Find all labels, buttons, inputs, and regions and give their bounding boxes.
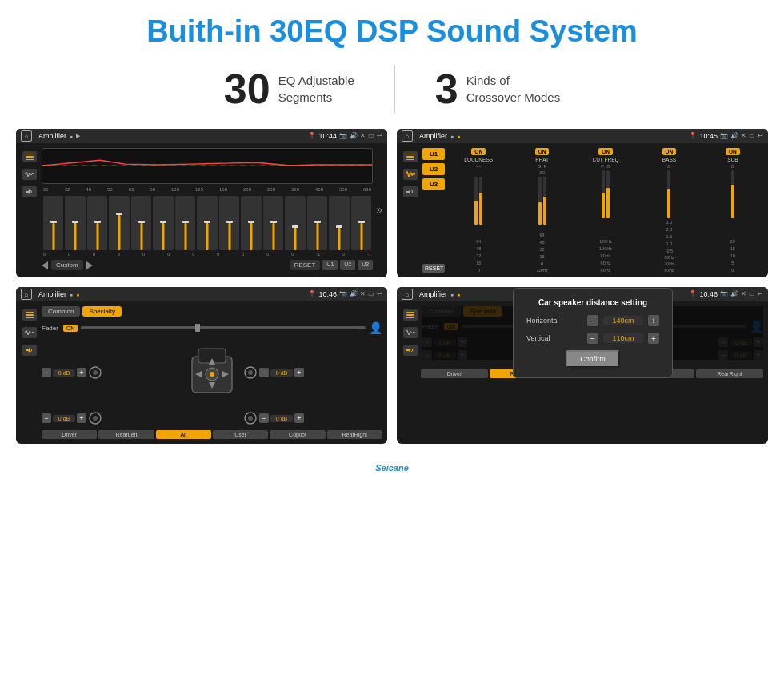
slider-11[interactable] xyxy=(263,196,283,250)
tab-common[interactable]: Common xyxy=(42,306,80,317)
screen-dialog-content: Common Specialty Fader ON 👤 − 0 dB + xyxy=(397,301,768,365)
confirm-button[interactable]: Confirm xyxy=(566,350,620,368)
bass-on[interactable]: ON xyxy=(662,148,677,155)
horizontal-minus[interactable]: − xyxy=(587,315,598,326)
vol-icon[interactable] xyxy=(22,186,37,197)
fl-minus[interactable]: − xyxy=(42,368,51,377)
slider-6[interactable] xyxy=(153,196,173,250)
slider-1[interactable] xyxy=(43,196,63,250)
col-sub: ON SUB G 20151050 xyxy=(702,148,763,273)
slider-3[interactable] xyxy=(87,196,107,250)
rearleft-btn[interactable]: RearLeft xyxy=(98,430,154,439)
eq-values: 00050 00000 0-10-1 xyxy=(42,250,373,257)
slider-5[interactable] xyxy=(131,196,151,250)
all-btn[interactable]: All xyxy=(156,430,211,439)
wave-icon-2[interactable] xyxy=(403,169,418,180)
reset-button[interactable]: RESET xyxy=(290,260,321,270)
rr-minus[interactable]: − xyxy=(259,413,269,423)
home-icon-2[interactable]: ⌂ xyxy=(402,130,413,142)
expand-icon[interactable]: » xyxy=(376,148,382,270)
crossover-reset[interactable]: RESET xyxy=(422,264,445,273)
prev-button[interactable] xyxy=(42,261,48,269)
dialog-driver-btn[interactable]: Driver xyxy=(421,369,488,378)
fader-on[interactable]: ON xyxy=(63,325,78,332)
slider-10[interactable] xyxy=(241,196,261,250)
slider-4[interactable] xyxy=(109,196,129,250)
slider-15[interactable] xyxy=(351,196,371,250)
close-icon-3[interactable]: ✕ xyxy=(360,290,366,298)
horizontal-plus[interactable]: + xyxy=(648,315,659,326)
rearright-btn[interactable]: RearRight xyxy=(327,430,382,439)
vertical-minus[interactable]: − xyxy=(587,333,598,344)
back-icon-2[interactable]: ↩ xyxy=(758,132,763,140)
screen-speaker-icons: 📍 10:46 📷 🔊 ✕ ▭ ↩ xyxy=(308,290,382,298)
rr-plus[interactable]: + xyxy=(294,413,304,423)
sub-on[interactable]: ON xyxy=(726,148,740,155)
slider-12[interactable] xyxy=(285,196,305,250)
vertical-plus[interactable]: + xyxy=(648,333,659,344)
wave-icon-4[interactable] xyxy=(403,327,418,338)
loudness-on[interactable]: ON xyxy=(471,148,486,155)
eq-icon-3[interactable] xyxy=(22,309,37,321)
next-button[interactable] xyxy=(86,261,93,269)
minimize-icon-3[interactable]: ▭ xyxy=(368,290,374,298)
vol-icon-4[interactable] xyxy=(403,345,418,356)
u2-preset[interactable]: U2 xyxy=(422,163,445,175)
dialog-rearright-btn[interactable]: RearRight xyxy=(696,369,763,378)
copilot-btn[interactable]: Copilot xyxy=(270,430,325,439)
fl-plus[interactable]: + xyxy=(77,368,86,377)
screen-eq-icons: 📍 10:44 📷 🔊 ✕ ▭ ↩ xyxy=(308,132,382,140)
stat-eq: 30 EQ AdjustableSegments xyxy=(184,65,394,113)
eq-icon-4[interactable] xyxy=(403,309,418,321)
fl-db-control: − 0 dB + xyxy=(42,365,181,380)
u2-button[interactable]: U2 xyxy=(340,260,355,270)
close-icon-4[interactable]: ✕ xyxy=(741,290,746,298)
close-icon-2[interactable]: ✕ xyxy=(741,132,746,140)
volume-icon-4: 🔊 xyxy=(730,290,738,298)
slider-14[interactable] xyxy=(329,196,349,250)
screen-dialog: ⌂ Amplifier ● ● 📍 10:46 📷 🔊 ✕ ▭ ↩ xyxy=(397,287,768,444)
cutfreq-on[interactable]: ON xyxy=(598,148,613,155)
fr-minus[interactable]: − xyxy=(259,368,269,377)
rl-plus[interactable]: + xyxy=(77,413,86,423)
minimize-icon-2[interactable]: ▭ xyxy=(749,132,755,140)
minimize-icon-4[interactable]: ▭ xyxy=(749,290,755,298)
slider-8[interactable] xyxy=(197,196,217,250)
home-icon-4[interactable]: ⌂ xyxy=(402,289,413,300)
slider-13[interactable] xyxy=(307,196,327,250)
eq-icon[interactable] xyxy=(22,151,37,162)
rr-speaker-icon xyxy=(243,411,258,425)
close-icon[interactable]: ✕ xyxy=(360,132,366,140)
col-bass: ON BASS G 3.02.01.51.0-0.5 80Hz70Hz60Hz xyxy=(638,148,699,273)
user-btn[interactable]: User xyxy=(213,430,268,439)
speaker-side-icons xyxy=(21,306,38,439)
vol-icon-2[interactable] xyxy=(403,186,418,197)
slider-2[interactable] xyxy=(65,196,85,250)
back-icon[interactable]: ↩ xyxy=(377,132,382,140)
crossover-columns: ON LOUDNESS ~~ ~~ 644832160 xyxy=(448,148,763,273)
vol-icon-3[interactable] xyxy=(22,345,37,356)
u3-button[interactable]: U3 xyxy=(358,260,373,270)
phat-on[interactable]: ON xyxy=(535,148,550,155)
slider-9[interactable] xyxy=(219,196,239,250)
slider-7[interactable] xyxy=(175,196,195,250)
wave-icon[interactable] xyxy=(22,169,37,180)
fader-track[interactable] xyxy=(81,326,366,329)
fr-plus[interactable]: + xyxy=(294,368,304,377)
back-icon-3[interactable]: ↩ xyxy=(377,290,382,298)
tab-specialty[interactable]: Specialty xyxy=(82,306,121,317)
svg-marker-2 xyxy=(406,189,410,194)
minimize-icon[interactable]: ▭ xyxy=(368,132,374,140)
driver-btn[interactable]: Driver xyxy=(42,430,97,439)
home-icon[interactable]: ⌂ xyxy=(21,130,32,142)
back-icon-4[interactable]: ↩ xyxy=(758,290,763,298)
home-icon-3[interactable]: ⌂ xyxy=(21,289,32,300)
volume-icon-3: 🔊 xyxy=(350,290,358,298)
eq-icon-2[interactable] xyxy=(403,151,418,162)
rl-minus[interactable]: − xyxy=(42,413,51,423)
u1-button[interactable]: U1 xyxy=(322,260,338,270)
wave-icon-3[interactable] xyxy=(22,327,37,338)
u3-preset[interactable]: U3 xyxy=(422,178,445,190)
u1-preset[interactable]: U1 xyxy=(422,148,445,160)
eq-bottom: Custom RESET U1 U2 U3 xyxy=(42,257,373,270)
